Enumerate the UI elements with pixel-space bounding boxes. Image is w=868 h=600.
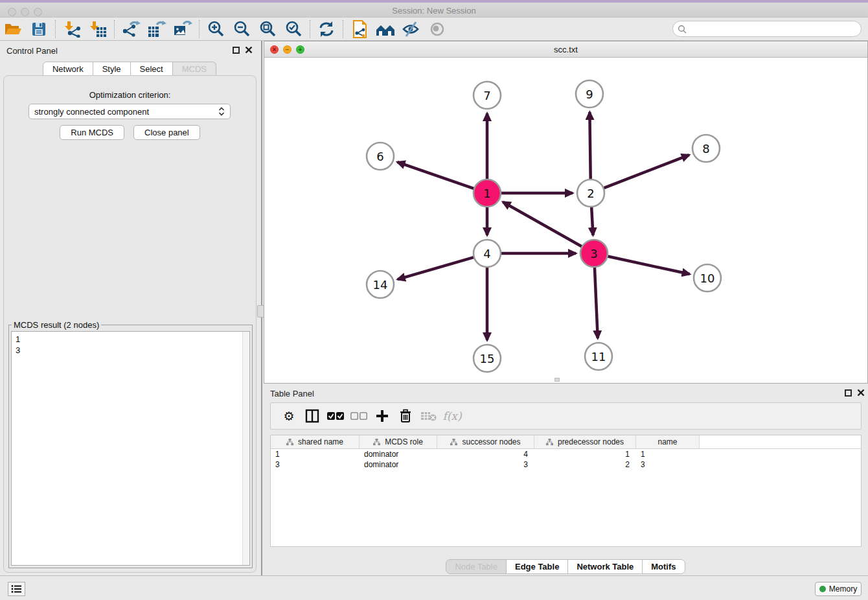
table-tabs: Node Table Edge Table Network Table Moti… [264,559,868,574]
open-session-icon[interactable] [0,19,26,40]
memory-label: Memory [829,584,857,594]
graph-edge-2-3[interactable] [591,205,593,235]
tab-network-table[interactable]: Network Table [567,559,643,574]
memory-button[interactable]: Memory [815,582,862,596]
export-image-icon[interactable] [170,19,196,40]
graph-node-label: 3 [590,247,597,260]
toolbar-separator [114,20,115,38]
column-header-name[interactable]: name [636,435,700,449]
zoom-selected-icon[interactable] [280,19,306,40]
tab-style[interactable]: Style [93,62,131,76]
graph-node-label: 1 [483,187,490,200]
graph-edge-2-8[interactable] [602,155,689,189]
graph-edge-3-1[interactable] [503,202,583,248]
first-neighbors-icon[interactable] [372,19,398,40]
mcds-result-group: MCDS result (2 nodes) 13 [8,320,253,568]
main-toolbar [0,17,868,41]
column-header-shared-name[interactable]: shared name [271,435,360,449]
clone-network-icon[interactable] [347,19,372,40]
graph-node-label: 15 [480,352,495,365]
tab-motifs[interactable]: Motifs [642,559,685,574]
tab-mcds[interactable]: MCDS [172,62,216,76]
export-network-icon[interactable] [118,19,144,40]
column-type-icon [450,439,457,446]
column-type-icon [286,439,293,446]
table-cell: 3 [271,459,360,470]
toolbar-separator [199,20,200,38]
table-cell: 3 [636,459,700,470]
show-all-icon [424,19,450,40]
row-filler [700,449,861,459]
select-all-icon[interactable] [324,406,347,426]
table-cell: 4 [437,449,534,459]
column-header-successor-nodes[interactable]: successor nodes [437,435,534,449]
function-builder-icon: f(x) [440,406,464,426]
search-field[interactable] [672,21,862,37]
graph-edge-1-6[interactable] [397,162,475,189]
graph-node-label: 11 [591,350,606,363]
network-window-titlebar: × − + scc.txt [264,41,867,58]
create-column-icon[interactable] [371,406,394,426]
import-table-icon[interactable] [85,19,111,40]
table-cell: 1 [636,449,700,459]
table-row[interactable]: 1dominator411 [271,449,861,459]
show-columns-icon[interactable] [301,406,324,426]
import-network-icon[interactable] [59,19,85,40]
close-table-panel-icon[interactable] [857,389,865,397]
table-panel: Table Panel ⚙ f(x) [264,384,868,575]
close-panel-icon[interactable] [245,46,253,54]
tab-network[interactable]: Network [43,62,93,76]
search-input[interactable] [689,23,861,36]
mcds-result-line: 3 [16,345,246,356]
network-title: scc.txt [264,45,867,54]
header-filler [700,435,861,449]
titlebar: Session: New Session [0,3,868,17]
column-header-mcds-role[interactable]: MCDS role [360,435,437,449]
tab-select[interactable]: Select [130,62,173,76]
graph-node-label: 2 [587,187,594,200]
table-header-row: shared name MCDS role successor nodes pr… [271,435,861,449]
network-window-grip[interactable] [554,378,560,382]
mcds-result-title: MCDS result (2 nodes) [12,320,101,330]
graph-node-label: 6 [376,150,383,163]
toolbar-separator [343,20,343,38]
tab-node-table[interactable]: Node Table [446,559,507,574]
table-cell: 2 [534,459,636,470]
float-panel-icon[interactable] [233,47,240,54]
deselect-all-icon[interactable] [347,406,371,426]
table-row[interactable]: 3dominator323 [271,459,861,470]
export-table-icon[interactable] [144,19,170,40]
delete-column-icon[interactable] [394,406,417,426]
graph-node-label: 14 [373,278,388,292]
zoom-in-icon[interactable] [203,19,229,40]
save-session-icon[interactable] [26,19,52,40]
mcds-result-line: 1 [16,334,246,345]
toolbar-separator [55,20,56,38]
delete-table-icon [417,406,440,426]
graph-node-label: 8 [702,142,709,156]
task-history-button[interactable] [8,582,25,596]
zoom-out-icon[interactable] [229,19,255,40]
zoom-fit-icon[interactable] [255,19,280,40]
run-mcds-button[interactable]: Run MCDS [60,125,124,140]
mcds-result-list[interactable]: 13 [11,331,250,566]
toolbar-separator [310,20,310,38]
table-cell: 1 [534,449,636,459]
graph-edge-3-11[interactable] [595,266,598,338]
optimization-criterion-select[interactable]: strongly connected component [29,104,231,119]
network-canvas[interactable]: 1234678910111415 [265,58,867,382]
network-view-window: × − + scc.txt 1234678910111415 [264,41,868,384]
graph-edge-2-9[interactable] [589,112,590,181]
tab-edge-table[interactable]: Edge Table [506,559,568,574]
table-toolbar: ⚙ f(x) [270,402,862,430]
result-scrollbar[interactable] [242,332,249,565]
hide-selected-icon[interactable] [398,19,424,40]
table-options-gear-icon[interactable]: ⚙ [277,406,301,426]
column-header-predecessor-nodes[interactable]: predecessor nodes [534,435,636,449]
refresh-view-icon[interactable] [314,19,339,40]
float-table-panel-icon[interactable] [845,389,852,397]
column-type-icon [373,439,380,446]
close-panel-button[interactable]: Close panel [133,125,200,140]
graph-edge-4-14[interactable] [398,257,475,279]
graph-edge-3-10[interactable] [606,256,690,274]
